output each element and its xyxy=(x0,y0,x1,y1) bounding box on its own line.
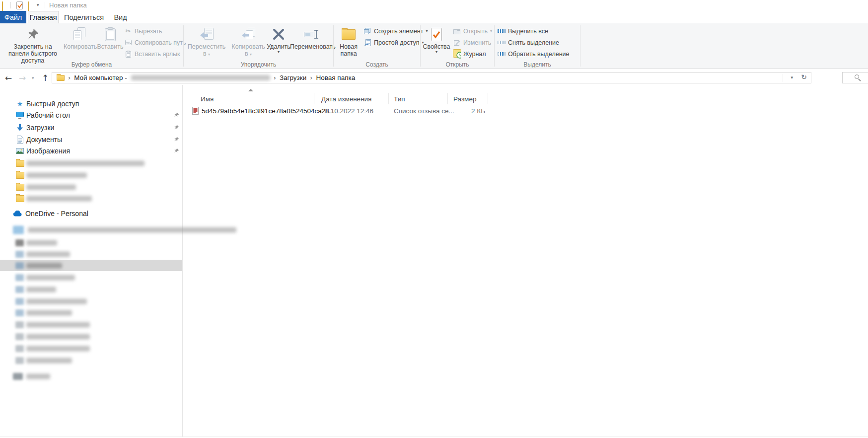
sidebar-tree-item-redacted[interactable] xyxy=(0,343,182,354)
sidebar-item-folder-redacted[interactable] xyxy=(0,169,182,181)
pin-to-quick-access-button[interactable]: Закрепить на панели быстрого доступа xyxy=(3,25,63,64)
breadcrumb-current[interactable]: Новая папка xyxy=(316,74,355,81)
qat-customize-icon[interactable]: ▾ xyxy=(37,2,39,7)
sidebar-item-documents[interactable]: Документы xyxy=(0,134,182,145)
sidebar-tree-item-redacted[interactable] xyxy=(0,272,182,283)
tab-file[interactable]: Файл xyxy=(0,11,26,23)
downloads-icon xyxy=(15,124,25,131)
sidebar-divider xyxy=(182,85,183,437)
search-input[interactable] xyxy=(842,72,868,83)
pin-icon xyxy=(174,147,179,155)
sort-ascending-icon[interactable] xyxy=(248,89,253,91)
back-button[interactable]: ← xyxy=(5,71,12,85)
sidebar-item-downloads[interactable]: Загрузки xyxy=(0,122,182,133)
delete-button[interactable]: Удалить ▾ xyxy=(264,25,293,54)
sidebar-tree-item-redacted[interactable] xyxy=(0,295,182,307)
sidebar-tree-item-selected-redacted[interactable] xyxy=(0,260,182,271)
easy-access-button[interactable]: Простой доступ ▾ xyxy=(363,37,424,48)
forward-button[interactable]: → xyxy=(19,71,26,85)
column-header-label: Размер xyxy=(453,95,476,103)
move-to-label: Переместить xyxy=(185,43,228,50)
copy-path-button[interactable]: Скопировать путь xyxy=(124,37,186,48)
sidebar-item-folder-redacted[interactable] xyxy=(0,157,182,169)
dropdown-icon: ▾ xyxy=(264,50,293,54)
sidebar-tree-item-redacted[interactable] xyxy=(0,237,182,248)
new-item-button[interactable]: Создать элемент ▾ xyxy=(363,26,428,36)
sidebar-item-label: Документы xyxy=(26,136,62,144)
breadcrumb-downloads[interactable]: Загрузки xyxy=(280,74,306,81)
address-dropdown-icon[interactable]: ▾ xyxy=(791,75,793,80)
refresh-icon[interactable]: ↻ xyxy=(801,73,807,81)
tab-share[interactable]: Поделиться xyxy=(62,11,106,23)
tree-item-icon xyxy=(15,251,24,258)
cut-button[interactable]: ✂ Вырезать xyxy=(124,26,162,36)
column-header-name[interactable]: Имя xyxy=(201,93,214,104)
rename-button[interactable]: Переименовать xyxy=(290,25,332,50)
explorer-window: ▾ Новая папка Файл Главная Поделиться Ви… xyxy=(0,0,868,438)
copy-to-button[interactable]: Копировать в ▾ xyxy=(229,25,267,57)
sidebar-tree-item-redacted[interactable] xyxy=(0,248,182,260)
column-header-date[interactable]: Дата изменения xyxy=(321,93,371,104)
properties-button[interactable]: Свойства ▾ xyxy=(422,25,451,54)
sidebar-item-folder-redacted[interactable] xyxy=(0,193,182,204)
pin-icon xyxy=(174,136,179,144)
open-item-icon xyxy=(453,28,461,34)
paste-button[interactable]: Вставить xyxy=(96,25,124,50)
divider xyxy=(783,74,783,82)
sidebar-item-quick-access[interactable]: ★ Быстрый доступ xyxy=(0,98,182,109)
tree-item-icon xyxy=(15,239,24,246)
tab-view[interactable]: Вид xyxy=(109,11,132,23)
file-name: 5d4579afb54e18c3f91ce78a0f524504ca28... xyxy=(202,106,335,116)
breadcrumb-root[interactable]: Мой компьютер - xyxy=(74,74,127,81)
edit-button[interactable]: Изменить xyxy=(453,37,491,48)
select-none-icon xyxy=(498,41,506,44)
sidebar-item-pictures[interactable]: Изображения xyxy=(0,145,182,156)
column-resize-handle[interactable] xyxy=(488,93,488,104)
copy-button[interactable]: Копировать xyxy=(64,25,95,50)
sidebar-tree-item-redacted[interactable] xyxy=(0,319,182,330)
paste-shortcut-button[interactable]: Вставить ярлык xyxy=(124,49,180,59)
sidebar-item-folder-redacted[interactable] xyxy=(0,181,182,193)
sidebar-tree-item-redacted[interactable] xyxy=(0,284,182,295)
select-all-icon xyxy=(498,29,506,33)
column-resize-handle[interactable] xyxy=(447,93,448,104)
column-header-label: Тип xyxy=(394,95,405,103)
tree-item-icon xyxy=(15,274,24,281)
sidebar-item-onedrive[interactable]: OneDrive - Personal xyxy=(0,208,182,219)
redacted-label xyxy=(26,373,50,379)
select-all-button[interactable]: Выделить все xyxy=(498,26,548,36)
open-button[interactable]: Открыть ▾ xyxy=(453,26,492,36)
address-bar[interactable]: › Мой компьютер - › Загрузки › Новая пап… xyxy=(52,72,811,83)
breadcrumb-separator: › xyxy=(270,74,280,81)
select-none-button[interactable]: Снять выделение xyxy=(498,37,559,48)
network-icon xyxy=(13,373,23,380)
recent-locations-icon[interactable]: ▾ xyxy=(32,71,34,85)
sidebar-tree-item-redacted[interactable] xyxy=(0,331,182,342)
column-resize-handle[interactable] xyxy=(388,93,389,104)
move-to-button[interactable]: Переместить в ▾ xyxy=(185,25,228,57)
up-button[interactable]: ↑ xyxy=(42,71,49,85)
sidebar-item-desktop[interactable]: Рабочий стол xyxy=(0,109,182,121)
sidebar-item-network-redacted[interactable] xyxy=(0,370,182,382)
computer-icon xyxy=(13,225,24,234)
sidebar-item-this-pc-redacted[interactable] xyxy=(0,224,182,235)
column-header-size[interactable]: Размер xyxy=(453,93,476,104)
sidebar-tree-item-redacted[interactable] xyxy=(0,355,182,366)
invert-selection-button[interactable]: Обратить выделение xyxy=(498,49,569,59)
redacted-label xyxy=(26,263,62,268)
dropdown-icon: ▾ xyxy=(208,52,210,57)
dropdown-icon: ▾ xyxy=(422,50,451,54)
new-folder-button[interactable]: Новая папка xyxy=(335,25,362,57)
tab-home[interactable]: Главная xyxy=(28,11,59,23)
redacted-label xyxy=(26,240,57,245)
column-resize-handle[interactable] xyxy=(314,93,314,104)
history-button[interactable]: Журнал xyxy=(453,49,486,59)
pin-icon xyxy=(174,111,179,119)
column-header-label: Имя xyxy=(201,95,214,103)
qat-properties-button[interactable] xyxy=(16,1,23,11)
ribbon-group-open: Свойства ▾ Открыть ▾ Изменить Ж xyxy=(421,23,494,69)
sidebar-tree-item-redacted[interactable] xyxy=(0,307,182,318)
onedrive-cloud-icon xyxy=(12,211,22,217)
group-label-open: Открыть xyxy=(421,61,494,68)
column-header-type[interactable]: Тип xyxy=(394,93,405,104)
